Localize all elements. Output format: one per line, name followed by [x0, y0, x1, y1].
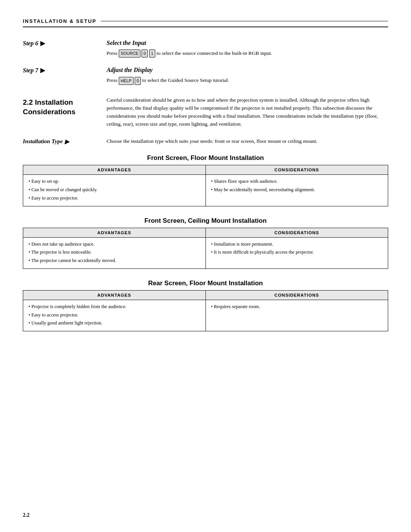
step7-right: Adjust the Display Press HELP 0 to selec… — [107, 67, 388, 87]
help-key: HELP — [119, 77, 134, 85]
install-type-text: Installation Type — [23, 138, 63, 145]
section22-left: 2.2 Installation Considerations — [23, 96, 107, 131]
step6-left: Step 6 ▶ — [23, 40, 107, 60]
table3-col-considerations: Considerations — [206, 290, 388, 300]
table3-section: Rear Screen, Floor Mount Installation Ad… — [23, 280, 388, 331]
table1-col-considerations: Considerations — [206, 165, 388, 175]
section22-heading-line1: 2.2 Installation — [23, 98, 73, 106]
table2-considerations-list: Installation is more permanent. It is mo… — [211, 241, 383, 256]
list-item: The projector cannot be accidentally mov… — [29, 257, 200, 264]
step7-arrow: ▶ — [40, 67, 45, 74]
table1-section: Front Screen, Floor Mount Installation A… — [23, 154, 388, 206]
table1-advantages-cell: Easy to set up. Can be moved or changed … — [23, 175, 206, 206]
list-item: Shares floor space with audience. — [211, 178, 383, 185]
source-key: SOURCE — [119, 50, 140, 58]
list-item: Installation is more permanent. — [211, 241, 383, 248]
step6-arrow: ▶ — [40, 40, 45, 47]
table-row: Does not take up audience space. The pro… — [23, 237, 388, 268]
key-1: 1 — [149, 50, 155, 58]
section22-body: Careful consideration should be given as… — [107, 96, 388, 128]
section22-heading-line2: Considerations — [23, 108, 75, 116]
table1-considerations-list: Shares floor space with audience. May be… — [211, 178, 383, 193]
step7-section: Step 7 ▶ Adjust the Display Press HELP 0… — [23, 67, 388, 87]
key-0: 0 — [142, 50, 148, 58]
table-row: Projector is completely hidden from the … — [23, 300, 388, 331]
list-item: Requires separate room. — [211, 303, 383, 310]
list-item: It is more difficult to physically acces… — [211, 249, 383, 256]
page-number: 2.2 — [23, 512, 30, 518]
header-title: INSTALLATION & SETUP — [23, 18, 96, 24]
install-type-arrow: ▶ — [65, 138, 69, 145]
table2-col-considerations: Considerations — [206, 228, 388, 237]
table3-considerations-cell: Requires separate room. — [206, 300, 388, 331]
table1-considerations-cell: Shares floor space with audience. May be… — [206, 175, 388, 206]
table1-advantages-list: Easy to set up. Can be moved or changed … — [29, 178, 200, 201]
step6-text: Step 6 — [23, 40, 38, 47]
list-item: Can be moved or changed quickly. — [29, 186, 200, 193]
install-type-right: Choose the installation type which suits… — [107, 137, 388, 148]
install-type-section: Installation Type ▶ Choose the installat… — [23, 137, 388, 148]
table2-advantages-list: Does not take up audience space. The pro… — [29, 241, 200, 264]
table3-title: Rear Screen, Floor Mount Installation — [23, 280, 388, 287]
step6-label: Step 6 ▶ — [23, 40, 100, 47]
step7-label: Step 7 ▶ — [23, 67, 100, 74]
step6-body: Press SOURCE 0 1 to select the source co… — [107, 50, 388, 58]
install-type-left: Installation Type ▶ — [23, 137, 107, 148]
install-type-body: Choose the installation type which suits… — [107, 137, 388, 145]
list-item: Does not take up audience space. — [29, 241, 200, 248]
list-item: The projector is less noticeable. — [29, 249, 200, 256]
table1-col-advantages: Advantages — [23, 165, 206, 175]
table-row: Easy to set up. Can be moved or changed … — [23, 175, 388, 206]
header-line — [101, 21, 388, 21]
step7-text: Step 7 — [23, 67, 38, 74]
list-item: Easy to set up. — [29, 178, 200, 185]
page: INSTALLATION & SETUP Step 6 ▶ Select the… — [0, 0, 411, 532]
table3-col-advantages: Advantages — [23, 290, 206, 300]
section22: 2.2 Installation Considerations Careful … — [23, 96, 388, 131]
step7-left: Step 7 ▶ — [23, 67, 107, 87]
step7-title: Adjust the Display — [107, 67, 388, 73]
table2-title: Front Screen, Ceiling Mount Installation — [23, 217, 388, 225]
list-item: Easy to access projector. — [29, 195, 200, 202]
table3-advantages-list: Projector is completely hidden from the … — [29, 303, 200, 327]
list-item: May be accidentally moved, necessitating… — [211, 186, 383, 193]
step6-section: Step 6 ▶ Select the Input Press SOURCE 0… — [23, 40, 388, 60]
install-type-label: Installation Type ▶ — [23, 137, 100, 145]
table1: Advantages Considerations Easy to set up… — [23, 165, 388, 206]
step6-right: Select the Input Press SOURCE 0 1 to sel… — [107, 40, 388, 60]
table2-considerations-cell: Installation is more permanent. It is mo… — [206, 237, 388, 268]
list-item: Usually good ambient light rejection. — [29, 320, 200, 327]
step6-title: Select the Input — [107, 40, 388, 46]
table3-considerations-list: Requires separate room. — [211, 303, 383, 310]
table3: Advantages Considerations Projector is c… — [23, 290, 388, 331]
table2-section: Front Screen, Ceiling Mount Installation… — [23, 217, 388, 269]
page-header: INSTALLATION & SETUP — [23, 18, 388, 27]
key-0b: 0 — [135, 77, 141, 85]
list-item: Projector is completely hidden from the … — [29, 303, 200, 310]
table2: Advantages Considerations Does not take … — [23, 228, 388, 269]
table3-advantages-cell: Projector is completely hidden from the … — [23, 300, 206, 331]
step7-body: Press HELP 0 to select the Guided Source… — [107, 77, 388, 85]
table1-title: Front Screen, Floor Mount Installation — [23, 154, 388, 162]
section22-right: Careful consideration should be given as… — [107, 96, 388, 131]
table2-advantages-cell: Does not take up audience space. The pro… — [23, 237, 206, 268]
section22-heading: 2.2 Installation Considerations — [23, 96, 100, 117]
table2-col-advantages: Advantages — [23, 228, 206, 237]
list-item: Easy to access projector. — [29, 312, 200, 319]
